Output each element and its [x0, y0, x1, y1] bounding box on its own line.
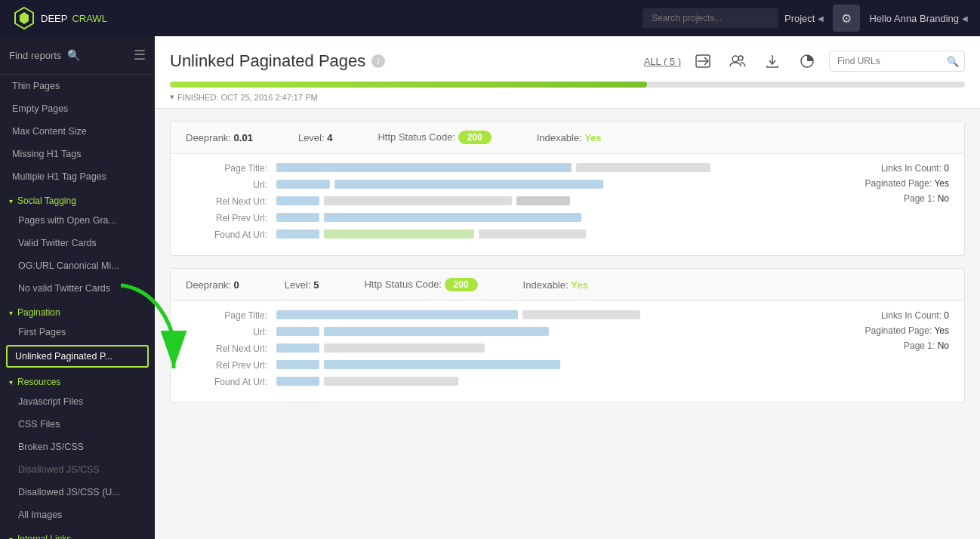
deeprank-2: Deeprank: 0 [186, 279, 239, 291]
pie-chart-icon [800, 54, 815, 69]
logo-deep: DEEP [41, 13, 67, 24]
detail-row-rel-prev-1: Rel Prev Url: [186, 213, 813, 223]
sidebar-item-multiple-h1[interactable]: Multiple H1 Tag Pages [0, 165, 155, 188]
sidebar-item-pages-open-graph[interactable]: Pages with Open Gra... [0, 209, 155, 232]
sidebar-item-valid-twitter[interactable]: Valid Twitter Cards [0, 232, 155, 254]
all-count[interactable]: ALL ( 5 ) [644, 56, 681, 67]
url-search-container: 🔍 [829, 51, 965, 72]
field-value-rel-next [276, 196, 813, 205]
header-search-input[interactable] [643, 8, 778, 28]
sidebar-section-internal-links[interactable]: ▾ Internal Links [0, 526, 155, 539]
sidebar-section-resources[interactable]: ▾ Resources [0, 369, 155, 390]
sidebar-item-disallowed-js-u[interactable]: Disallowed JS/CSS (U... [0, 481, 155, 504]
deeprank-1: Deeprank: 0.01 [186, 132, 253, 143]
sidebar-item-og-url[interactable]: OG:URL Canonical Mi... [0, 254, 155, 277]
detail-layout-2: Page Title: Url: [186, 310, 949, 393]
content-area: Unlinked Paginated Pages i ALL ( 5 ) [155, 36, 980, 539]
sidebar-section-pagination-label: Pagination [17, 307, 60, 318]
sidebar-menu-icon[interactable]: ☰ [134, 47, 146, 63]
field-label-found-at: Found At Url: [186, 229, 276, 240]
field-value-page-title-2 [276, 310, 813, 319]
download-button[interactable] [760, 48, 785, 74]
detail-fields-2: Page Title: Url: [186, 310, 813, 393]
sidebar-item-missing-h1[interactable]: Missing H1 Tags [0, 143, 155, 165]
content-title-row: Unlinked Paginated Pages i ALL ( 5 ) [170, 48, 965, 74]
finished-text: ▾ FINISHED: OCT 25, 2016 2:47:17 PM [170, 92, 965, 108]
sidebar-item-css[interactable]: CSS Files [0, 413, 155, 436]
detail-row-page-title-2: Page Title: [186, 310, 813, 321]
pie-chart-button[interactable] [794, 48, 820, 74]
sidebar-item-all-images[interactable]: All Images [0, 504, 155, 526]
detail-row-rel-prev-2: Rel Prev Url: [186, 360, 813, 371]
section-arrow-icon-3: ▾ [9, 378, 13, 387]
indexable-2: Indexable: Yes [523, 279, 588, 291]
sidebar-item-broken-js[interactable]: Broken JS/CSS [0, 436, 155, 458]
logo-icon [12, 6, 36, 30]
sidebar-item-max-content[interactable]: Max Content Size [0, 120, 155, 143]
links-in-count-1: Links In Count: 0 [828, 163, 949, 174]
field-value-url-2 [276, 327, 813, 336]
detail-row-page-title-1: Page Title: [186, 163, 813, 174]
right-details-2: Links In Count: 0 Paginated Page: Yes Pa… [813, 310, 949, 393]
level-1: Level: 4 [298, 132, 333, 143]
sidebar-section-pagination[interactable]: ▾ Pagination [0, 300, 155, 321]
http-status-1: Http Status Code: 200 [378, 131, 491, 144]
paginated-page-1: Paginated Page: Yes [828, 178, 949, 189]
main-layout: Find reports 🔍 ☰ Thin Pages Empty Pages … [0, 36, 980, 539]
project-button[interactable]: Project ◀ [784, 13, 824, 24]
detail-row-rel-next-2: Rel Next Url: [186, 343, 813, 354]
progress-bar-container [170, 82, 965, 88]
field-value-page-title [276, 163, 813, 172]
page-title: Unlinked Paginated Pages i [170, 51, 385, 71]
section-arrow-icon: ▾ [9, 197, 13, 205]
settings-button[interactable]: ⚙ [833, 5, 860, 32]
share-icon [695, 54, 710, 69]
users-icon [729, 54, 746, 68]
content-body: Deeprank: 0.01 Level: 4 Http Status Code… [155, 109, 980, 427]
sidebar-search-area: Find reports 🔍 ☰ [0, 36, 155, 75]
field-label-rel-next: Rel Next Url: [186, 196, 276, 207]
info-icon[interactable]: i [371, 54, 385, 68]
download-icon [766, 54, 779, 69]
record-header-2: Deeprank: 0 Level: 5 Http Status Code: 2… [171, 269, 964, 301]
field-label-url: Url: [186, 180, 276, 190]
sidebar-item-empty-pages[interactable]: Empty Pages [0, 97, 155, 120]
sidebar-item-unlinked-paginated[interactable]: Unlinked Paginated P... [6, 345, 149, 368]
record-card-2: Deeprank: 0 Level: 5 Http Status Code: 2… [170, 268, 965, 403]
sidebar: Find reports 🔍 ☰ Thin Pages Empty Pages … [0, 36, 155, 539]
section-arrow-icon-4: ▾ [9, 535, 13, 540]
sidebar-section-label: Social Tagging [17, 196, 76, 206]
field-value-url [276, 180, 813, 189]
right-details-1: Links In Count: 0 Paginated Page: Yes Pa… [813, 163, 949, 246]
field-value-found-at [276, 229, 813, 239]
app-header: DEEPCRAWL Project ◀ ⚙ Hello Anna Brandin… [0, 0, 980, 36]
logo[interactable]: DEEPCRAWL [12, 6, 107, 30]
sidebar-item-first-pages[interactable]: First Pages [0, 321, 155, 343]
sidebar-item-thin-pages[interactable]: Thin Pages [0, 75, 155, 97]
record-details-2: Page Title: Url: [171, 301, 964, 402]
field-value-rel-next-2 [276, 343, 813, 353]
progress-bar-fill [170, 82, 647, 88]
logo-crawl: CRAWL [72, 13, 106, 24]
sidebar-find-reports: Find reports [9, 50, 61, 61]
user-info[interactable]: Hello Anna Branding ◀ [869, 13, 968, 24]
sidebar-item-disallowed-js[interactable]: Disallowed JS/CSS [0, 458, 155, 481]
sidebar-search-icon[interactable]: 🔍 [67, 49, 80, 61]
sidebar-item-javascript[interactable]: Javascript Files [0, 390, 155, 413]
svg-point-5 [738, 56, 743, 60]
sidebar-section-social-tagging[interactable]: ▾ Social Tagging [0, 188, 155, 209]
indexable-value-2: Yes [571, 279, 587, 291]
users-button[interactable] [725, 48, 750, 74]
record-details-1: Page Title: Url: [171, 154, 964, 255]
section-arrow-icon-2: ▾ [9, 309, 13, 317]
links-in-count-2: Links In Count: 0 [828, 310, 949, 321]
field-value-found-at-2 [276, 377, 813, 386]
share-button[interactable] [690, 48, 716, 74]
header-actions: ALL ( 5 ) 🔍 [644, 48, 965, 74]
project-caret-icon: ◀ [818, 14, 824, 23]
detail-layout-1: Page Title: Url: [186, 163, 949, 246]
sidebar-item-no-twitter[interactable]: No valid Twitter Cards [0, 277, 155, 300]
url-search-input[interactable] [829, 51, 965, 72]
paginated-page-2: Paginated Page: Yes [828, 325, 949, 336]
detail-row-url-1: Url: [186, 180, 813, 190]
